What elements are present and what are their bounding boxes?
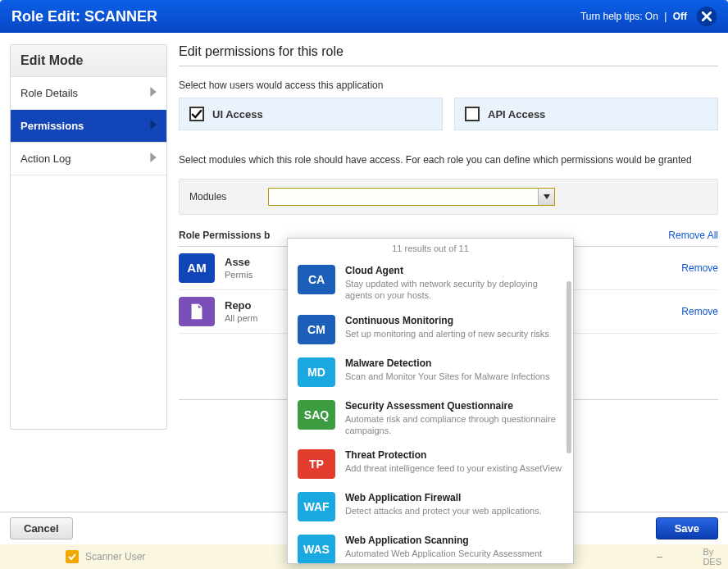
dropdown-result-count: 11 results out of 11 — [288, 239, 573, 258]
remove-link[interactable]: Remove — [681, 262, 718, 274]
permission-title: Asse — [225, 256, 253, 268]
sidebar-item-role-details[interactable]: Role Details — [11, 77, 166, 110]
module-badge: WAS — [298, 535, 335, 563]
dropdown-item-title: Continuous Monitoring — [345, 315, 563, 326]
module-badge: CA — [298, 265, 335, 294]
modules-dropdown: 11 results out of 11 CACloud AgentStay u… — [287, 238, 574, 564]
sidebar-item-label: Permissions — [20, 120, 84, 132]
window-title: Role Edit: SCANNER — [11, 8, 157, 25]
api-access-checkbox[interactable] — [465, 107, 480, 121]
dropdown-item-desc: Set up monitoring and alerting of new se… — [345, 328, 563, 339]
help-tips-label: Turn help tips: — [580, 11, 643, 22]
scanner-user-label: Scanner User — [85, 551, 145, 562]
caret-down-icon — [544, 194, 550, 199]
titlebar-right: Turn help tips: On | Off — [580, 7, 717, 26]
chevron-right-icon — [150, 87, 157, 99]
module-badge: WAF — [298, 492, 335, 521]
sidebar-item-label: Action Log — [20, 152, 71, 165]
permission-row-left: AM Asse Permis — [179, 253, 253, 283]
help-tips-on[interactable]: On — [645, 11, 658, 22]
dropdown-scrollbar[interactable] — [566, 281, 571, 453]
save-button[interactable]: Save — [656, 517, 718, 539]
help-tips-off[interactable]: Off — [673, 11, 687, 22]
close-button[interactable] — [697, 7, 717, 26]
modules-dropdown-toggle[interactable] — [538, 189, 554, 205]
modules-bar: Modules — [179, 179, 718, 215]
close-icon — [702, 11, 712, 21]
help-tips-divider: | — [661, 11, 670, 22]
access-intro: Select how users would access this appli… — [179, 80, 718, 91]
permissions-header-title: Role Permissions b — [179, 230, 270, 241]
remove-all-link[interactable]: Remove All — [668, 230, 718, 241]
dropdown-item-title: Web Application Firewall — [345, 492, 563, 503]
dropdown-item-texts: Malware DetectionScan and Monitor Your S… — [345, 357, 563, 382]
check-icon — [68, 553, 76, 561]
modules-intro: Select modules which this role should ha… — [179, 153, 718, 167]
permission-title: Repo — [225, 299, 257, 312]
document-icon — [188, 303, 206, 321]
module-badge: CM — [298, 315, 335, 344]
api-access-label: API Access — [488, 108, 545, 121]
dropdown-item-title: Cloud Agent — [345, 265, 563, 276]
dropdown-item[interactable]: CMContinuous MonitoringSet up monitoring… — [288, 308, 573, 351]
dropdown-item-texts: Security Assessment QuestionnaireAutomat… — [345, 400, 563, 437]
sidebar-header: Edit Mode — [11, 45, 166, 77]
sidebar: Edit Mode Role Details Permissions Actio… — [10, 44, 167, 430]
dash: – — [657, 551, 662, 562]
scanner-user-item: Scanner User — [66, 550, 145, 563]
dropdown-item-title: Malware Detection — [345, 357, 563, 369]
access-row: UI Access API Access — [179, 98, 718, 130]
dropdown-item-desc: Stay updated with network security by de… — [345, 278, 563, 302]
ui-access-label: UI Access — [212, 108, 263, 121]
dropdown-item[interactable]: CACloud AgentStay updated with network s… — [288, 258, 573, 308]
dropdown-item-desc: Automated Web Application Security Asses… — [345, 548, 563, 559]
dropdown-item-desc: Automate risk and compliance through que… — [345, 413, 563, 437]
dropdown-item-texts: Cloud AgentStay updated with network sec… — [345, 265, 563, 302]
permission-sub: All perm — [225, 313, 257, 323]
bottom-right: By DES — [703, 547, 721, 567]
dropdown-item[interactable]: MDMalware DetectionScan and Monitor Your… — [288, 351, 573, 394]
sidebar-item-permissions[interactable]: Permissions — [11, 110, 166, 143]
dropdown-item-texts: Web Application ScanningAutomated Web Ap… — [345, 535, 563, 559]
ui-access-checkbox[interactable] — [189, 107, 204, 121]
api-access-option[interactable]: API Access — [454, 98, 718, 130]
des-label: DES — [703, 557, 721, 567]
permission-row-left: Repo All perm — [179, 297, 257, 326]
dropdown-item-desc: Add threat intelligence feed to your exi… — [345, 462, 563, 474]
modules-input[interactable] — [268, 188, 555, 206]
dropdown-item-texts: Threat ProtectionAdd threat intelligence… — [345, 449, 563, 474]
permission-texts: Asse Permis — [225, 256, 253, 280]
modules-label: Modules — [189, 191, 268, 203]
dropdown-item-texts: Continuous MonitoringSet up monitoring a… — [345, 315, 563, 339]
dropdown-item-title: Threat Protection — [345, 449, 563, 461]
module-badge: TP — [298, 449, 335, 479]
check-icon — [191, 108, 202, 120]
module-badge: SAQ — [298, 400, 335, 430]
dropdown-item-title: Security Assessment Questionnaire — [345, 400, 563, 412]
dropdown-item[interactable]: WAFWeb Application FirewallDetect attack… — [288, 485, 573, 528]
by-label: By — [703, 547, 721, 557]
help-tips-toggle: Turn help tips: On | Off — [580, 11, 687, 22]
dropdown-item[interactable]: SAQSecurity Assessment QuestionnaireAuto… — [288, 394, 573, 444]
modules-combo — [268, 188, 555, 206]
dropdown-item-texts: Web Application FirewallDetect attacks a… — [345, 492, 563, 517]
titlebar: Role Edit: SCANNER Turn help tips: On | … — [0, 0, 728, 33]
page-title: Edit permissions for this role — [179, 44, 718, 66]
dropdown-item[interactable]: TPThreat ProtectionAdd threat intelligen… — [288, 443, 573, 485]
dropdown-item-desc: Scan and Monitor Your Sites for Malware … — [345, 371, 563, 382]
ui-access-option[interactable]: UI Access — [179, 98, 443, 130]
sidebar-item-label: Role Details — [20, 87, 78, 99]
sidebar-item-action-log[interactable]: Action Log — [11, 143, 166, 175]
dropdown-list[interactable]: CACloud AgentStay updated with network s… — [288, 258, 573, 563]
chevron-right-icon — [150, 152, 157, 165]
dropdown-item-desc: Detect attacks and protect your web appl… — [345, 505, 563, 517]
module-badge: MD — [298, 357, 335, 387]
remove-link[interactable]: Remove — [681, 306, 718, 317]
cancel-button[interactable]: Cancel — [10, 517, 73, 539]
scanner-user-checkbox[interactable] — [66, 550, 79, 563]
permission-sub: Permis — [225, 270, 253, 280]
module-badge-am: AM — [179, 253, 215, 283]
role-edit-window: Role Edit: SCANNER Turn help tips: On | … — [0, 0, 728, 569]
dropdown-item[interactable]: WASWeb Application ScanningAutomated Web… — [288, 528, 573, 563]
chevron-right-icon — [150, 120, 157, 132]
